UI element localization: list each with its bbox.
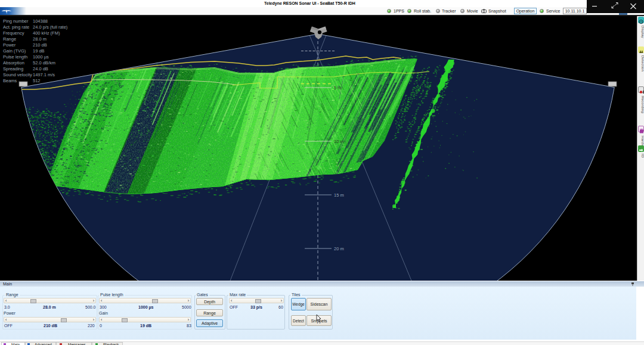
svg-text:Gain (TVG): Gain (TVG) bbox=[3, 48, 26, 54]
svg-text:Beams: Beams bbox=[3, 78, 17, 83]
svg-text:Sound velocity: Sound velocity bbox=[3, 72, 32, 77]
svg-text:Power: Power bbox=[3, 42, 16, 48]
svg-text:19 dB: 19 dB bbox=[33, 48, 45, 54]
svg-text:24.0 p/s (full rate): 24.0 p/s (full rate) bbox=[33, 24, 68, 30]
svg-text:24.0 dB: 24.0 dB bbox=[33, 66, 48, 72]
svg-text:20 m: 20 m bbox=[334, 246, 344, 251]
svg-text:Frequency: Frequency bbox=[3, 30, 24, 36]
svg-text:Pulse length: Pulse length bbox=[3, 54, 27, 60]
svg-text:Range: Range bbox=[3, 36, 16, 42]
svg-text:Act. ping rate: Act. ping rate bbox=[3, 24, 29, 30]
svg-text:15 m: 15 m bbox=[334, 192, 344, 198]
svg-text:10 m: 10 m bbox=[334, 139, 344, 144]
svg-text:400 kHz (FM): 400 kHz (FM) bbox=[33, 30, 60, 36]
svg-text:210 dB: 210 dB bbox=[33, 42, 47, 48]
svg-text:5 m: 5 m bbox=[334, 85, 342, 91]
svg-text:1000 µs: 1000 µs bbox=[33, 54, 49, 60]
svg-text:Spreading: Spreading bbox=[3, 66, 23, 72]
svg-text:1497.1 m/s: 1497.1 m/s bbox=[33, 72, 55, 77]
svg-text:Ping number: Ping number bbox=[3, 18, 29, 24]
svg-text:Absorption: Absorption bbox=[3, 60, 24, 66]
svg-text:52.0 dB/km: 52.0 dB/km bbox=[33, 60, 55, 66]
svg-text:512: 512 bbox=[33, 78, 41, 83]
svg-text:28.0 m: 28.0 m bbox=[33, 36, 47, 42]
svg-text:104388: 104388 bbox=[33, 18, 48, 24]
